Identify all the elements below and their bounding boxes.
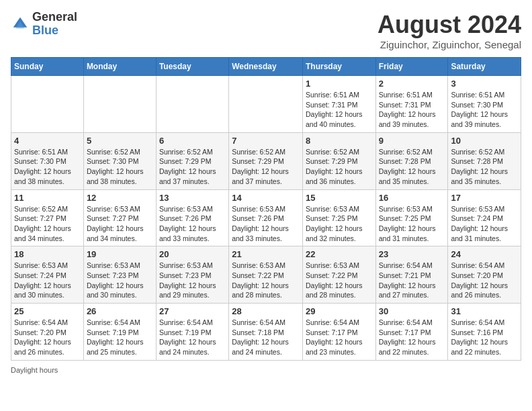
day-number: 12 (87, 193, 153, 203)
day-number: 29 (306, 306, 373, 316)
day-info: Sunrise: 6:54 AMSunset: 7:16 PMDaylight:… (451, 318, 518, 357)
calendar-cell: 23Sunrise: 6:54 AMSunset: 7:21 PMDayligh… (375, 246, 448, 304)
day-number: 31 (451, 306, 518, 316)
logo-text: General Blue (32, 11, 77, 38)
day-number: 10 (451, 136, 518, 146)
day-info: Sunrise: 6:54 AMSunset: 7:20 PMDaylight:… (14, 318, 81, 357)
calendar-week-row: 18Sunrise: 6:53 AMSunset: 7:24 PMDayligh… (11, 246, 521, 304)
page-header: General Blue August 2024 Ziguinchor, Zig… (11, 11, 521, 50)
calendar-table: SundayMondayTuesdayWednesdayThursdayFrid… (11, 57, 521, 361)
logo-icon (11, 15, 30, 34)
day-number: 14 (232, 193, 300, 203)
day-number: 27 (159, 306, 226, 316)
logo: General Blue (11, 11, 77, 38)
calendar-cell: 1Sunrise: 6:51 AMSunset: 7:31 PMDaylight… (302, 76, 375, 133)
logo-general-text: General (32, 11, 77, 24)
day-info: Sunrise: 6:54 AMSunset: 7:18 PMDaylight:… (232, 318, 300, 357)
calendar-cell: 10Sunrise: 6:52 AMSunset: 7:28 PMDayligh… (448, 132, 521, 189)
day-info: Sunrise: 6:51 AMSunset: 7:30 PMDaylight:… (14, 147, 81, 187)
calendar-cell: 18Sunrise: 6:53 AMSunset: 7:24 PMDayligh… (11, 246, 84, 304)
day-info: Sunrise: 6:51 AMSunset: 7:31 PMDaylight:… (379, 90, 445, 130)
day-info: Sunrise: 6:53 AMSunset: 7:25 PMDaylight:… (306, 204, 373, 244)
calendar-cell: 17Sunrise: 6:53 AMSunset: 7:24 PMDayligh… (448, 189, 521, 246)
day-info: Sunrise: 6:52 AMSunset: 7:27 PMDaylight:… (14, 204, 81, 244)
day-info: Sunrise: 6:53 AMSunset: 7:23 PMDaylight:… (159, 261, 226, 300)
day-number: 11 (14, 193, 81, 203)
day-number: 16 (379, 193, 445, 203)
day-info: Sunrise: 6:53 AMSunset: 7:26 PMDaylight:… (159, 204, 226, 244)
calendar-cell: 16Sunrise: 6:53 AMSunset: 7:25 PMDayligh… (375, 189, 448, 246)
day-number: 21 (232, 249, 300, 259)
calendar-cell (11, 76, 84, 133)
calendar-cell: 28Sunrise: 6:54 AMSunset: 7:18 PMDayligh… (229, 304, 303, 361)
calendar-cell: 31Sunrise: 6:54 AMSunset: 7:16 PMDayligh… (448, 304, 521, 361)
day-info: Sunrise: 6:53 AMSunset: 7:24 PMDaylight:… (14, 261, 81, 300)
day-info: Sunrise: 6:52 AMSunset: 7:29 PMDaylight:… (232, 147, 300, 187)
day-number: 23 (379, 249, 445, 259)
day-number: 7 (232, 136, 300, 146)
day-number: 4 (14, 136, 81, 146)
day-info: Sunrise: 6:54 AMSunset: 7:19 PMDaylight:… (87, 318, 153, 357)
day-info: Sunrise: 6:52 AMSunset: 7:29 PMDaylight:… (306, 147, 373, 187)
day-info: Sunrise: 6:51 AMSunset: 7:31 PMDaylight:… (306, 90, 373, 130)
day-number: 19 (87, 249, 153, 259)
day-number: 18 (14, 249, 81, 259)
calendar-cell: 4Sunrise: 6:51 AMSunset: 7:30 PMDaylight… (11, 132, 84, 189)
day-number: 17 (451, 193, 518, 203)
footer: Daylight hours (11, 366, 521, 374)
day-of-week-header: Saturday (448, 58, 521, 76)
header-row: SundayMondayTuesdayWednesdayThursdayFrid… (11, 58, 521, 76)
location-subtitle: Ziguinchor, Ziguinchor, Senegal (378, 39, 521, 50)
day-number: 30 (379, 306, 445, 316)
day-info: Sunrise: 6:52 AMSunset: 7:29 PMDaylight:… (159, 147, 226, 187)
calendar-cell (156, 76, 228, 133)
calendar-cell: 26Sunrise: 6:54 AMSunset: 7:19 PMDayligh… (83, 304, 156, 361)
calendar-cell: 14Sunrise: 6:53 AMSunset: 7:26 PMDayligh… (229, 189, 303, 246)
day-number: 3 (451, 79, 518, 89)
calendar-cell (83, 76, 156, 133)
calendar-cell: 25Sunrise: 6:54 AMSunset: 7:20 PMDayligh… (11, 304, 84, 361)
day-of-week-header: Monday (83, 58, 156, 76)
day-info: Sunrise: 6:54 AMSunset: 7:17 PMDaylight:… (306, 318, 373, 357)
day-info: Sunrise: 6:52 AMSunset: 7:28 PMDaylight:… (451, 147, 518, 187)
day-number: 20 (159, 249, 226, 259)
day-of-week-header: Friday (375, 58, 448, 76)
day-of-week-header: Thursday (302, 58, 375, 76)
month-year-title: August 2024 (378, 11, 521, 39)
calendar-cell: 13Sunrise: 6:53 AMSunset: 7:26 PMDayligh… (156, 189, 228, 246)
calendar-cell: 19Sunrise: 6:53 AMSunset: 7:23 PMDayligh… (83, 246, 156, 304)
calendar-cell: 15Sunrise: 6:53 AMSunset: 7:25 PMDayligh… (302, 189, 375, 246)
day-info: Sunrise: 6:54 AMSunset: 7:17 PMDaylight:… (379, 318, 445, 357)
daylight-label: Daylight hours (11, 366, 58, 374)
calendar-cell: 27Sunrise: 6:54 AMSunset: 7:19 PMDayligh… (156, 304, 228, 361)
day-info: Sunrise: 6:53 AMSunset: 7:25 PMDaylight:… (379, 204, 445, 244)
logo-blue-text: Blue (32, 24, 77, 38)
calendar-header: SundayMondayTuesdayWednesdayThursdayFrid… (11, 58, 521, 76)
day-number: 24 (451, 249, 518, 259)
day-number: 2 (379, 79, 445, 89)
day-info: Sunrise: 6:53 AMSunset: 7:23 PMDaylight:… (87, 261, 153, 300)
day-info: Sunrise: 6:53 AMSunset: 7:22 PMDaylight:… (306, 261, 373, 300)
calendar-week-row: 11Sunrise: 6:52 AMSunset: 7:27 PMDayligh… (11, 189, 521, 246)
calendar-cell: 8Sunrise: 6:52 AMSunset: 7:29 PMDaylight… (302, 132, 375, 189)
calendar-cell (229, 76, 303, 133)
day-info: Sunrise: 6:51 AMSunset: 7:30 PMDaylight:… (451, 90, 518, 130)
calendar-week-row: 4Sunrise: 6:51 AMSunset: 7:30 PMDaylight… (11, 132, 521, 189)
calendar-cell: 2Sunrise: 6:51 AMSunset: 7:31 PMDaylight… (375, 76, 448, 133)
day-number: 13 (159, 193, 226, 203)
day-number: 5 (87, 136, 153, 146)
day-of-week-header: Wednesday (229, 58, 303, 76)
day-of-week-header: Sunday (11, 58, 84, 76)
day-of-week-header: Tuesday (156, 58, 228, 76)
calendar-cell: 20Sunrise: 6:53 AMSunset: 7:23 PMDayligh… (156, 246, 228, 304)
calendar-cell: 24Sunrise: 6:54 AMSunset: 7:20 PMDayligh… (448, 246, 521, 304)
day-number: 6 (159, 136, 226, 146)
day-number: 9 (379, 136, 445, 146)
calendar-week-row: 25Sunrise: 6:54 AMSunset: 7:20 PMDayligh… (11, 304, 521, 361)
calendar-cell: 29Sunrise: 6:54 AMSunset: 7:17 PMDayligh… (302, 304, 375, 361)
calendar-cell: 9Sunrise: 6:52 AMSunset: 7:28 PMDaylight… (375, 132, 448, 189)
calendar-cell: 6Sunrise: 6:52 AMSunset: 7:29 PMDaylight… (156, 132, 228, 189)
calendar-cell: 21Sunrise: 6:53 AMSunset: 7:22 PMDayligh… (229, 246, 303, 304)
calendar-cell: 11Sunrise: 6:52 AMSunset: 7:27 PMDayligh… (11, 189, 84, 246)
calendar-cell: 3Sunrise: 6:51 AMSunset: 7:30 PMDaylight… (448, 76, 521, 133)
